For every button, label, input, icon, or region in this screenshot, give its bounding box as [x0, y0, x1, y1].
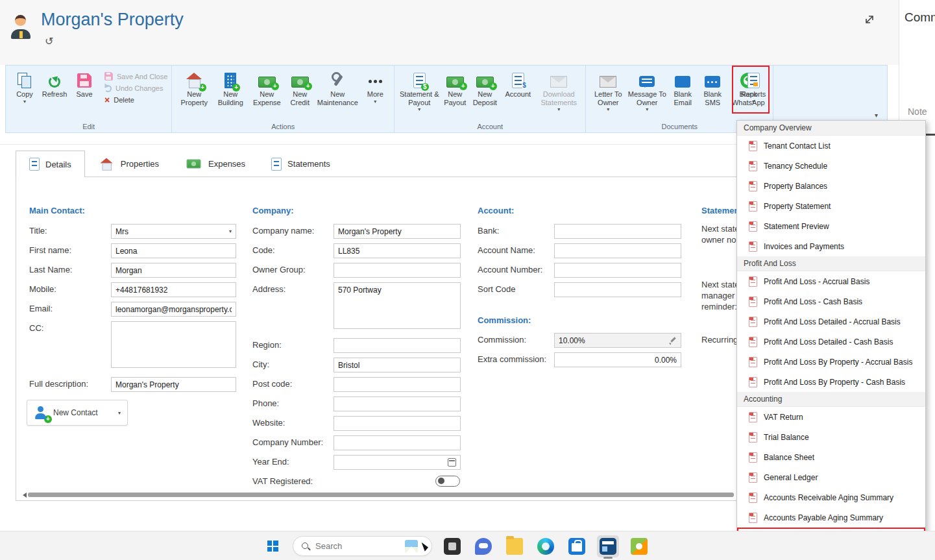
new-building-button[interactable]: + New Building — [212, 68, 249, 106]
report-menu-item[interactable]: Tenancy Schedule — [737, 156, 925, 176]
report-menu-item[interactable]: Invoices and Payments — [737, 236, 925, 256]
pencil-icon[interactable] — [669, 337, 677, 345]
address-textarea[interactable]: 570 Portway — [334, 282, 461, 329]
owner-group-input[interactable] — [334, 263, 461, 278]
report-menu-item[interactable]: Profit And Loss - Accrual Basis — [737, 271, 925, 291]
report-document-icon — [749, 412, 757, 422]
report-menu-item[interactable]: Statement Preview — [737, 216, 925, 236]
email-input[interactable] — [111, 302, 236, 317]
report-menu-item[interactable]: Accounts Payable Aging Summary — [737, 507, 925, 528]
taskbar-app-explorer[interactable] — [504, 535, 526, 557]
message-to-owner-button[interactable]: Message To Owner ▾ — [626, 68, 668, 112]
report-menu-item[interactable]: Profit And Loss By Property - Accrual Ba… — [737, 352, 925, 372]
city-input[interactable] — [334, 358, 461, 372]
more-button[interactable]: More ▾ — [360, 68, 390, 104]
tab-expenses[interactable]: Expenses — [172, 151, 258, 177]
delete-button[interactable]: × Delete — [104, 96, 167, 104]
new-credit-button[interactable]: + New Credit — [285, 68, 315, 106]
mobile-input[interactable] — [111, 282, 236, 297]
taskbar-app-current[interactable] — [597, 535, 619, 557]
report-menu-item[interactable]: Accounts Receivable Aging Summary — [737, 487, 925, 507]
account-name-input[interactable] — [554, 243, 681, 258]
taskbar — [0, 531, 935, 560]
report-menu-item[interactable]: Profit And Loss By Property - Cash Basis — [737, 372, 925, 392]
taskbar-app-chat[interactable] — [472, 535, 494, 557]
company-number-input[interactable] — [334, 435, 461, 450]
blank-sms-button[interactable]: Blank SMS — [698, 68, 727, 106]
calendar-icon[interactable] — [448, 458, 456, 467]
search-input[interactable] — [315, 541, 400, 551]
title-select[interactable]: Mrs ▾ — [111, 224, 236, 239]
new-maintenance-button[interactable]: New Maintenance — [315, 68, 360, 106]
letter-to-owner-button[interactable]: Letter To Owner ▾ — [590, 68, 626, 112]
website-input[interactable] — [334, 416, 461, 431]
ribbon-collapse-icon[interactable]: ▾ — [875, 112, 878, 118]
report-menu-item[interactable]: Profit And Loss Detailed - Accrual Basis — [737, 311, 925, 332]
phone-input[interactable] — [334, 396, 461, 411]
code-input[interactable] — [334, 243, 461, 258]
report-menu-item[interactable]: Profit And Loss Detailed - Cash Basis — [737, 332, 925, 352]
statement-payout-button[interactable]: $ Statement & Payout ▾ — [398, 68, 440, 112]
chevron-down-icon: ▾ — [374, 99, 376, 104]
cc-textarea[interactable] — [111, 321, 236, 368]
dark-app-icon — [444, 538, 461, 555]
new-contact-button[interactable]: + New Contact ▾ — [27, 400, 128, 426]
taskbar-search[interactable] — [293, 536, 432, 556]
full-description-input[interactable] — [111, 377, 236, 392]
company-name-input[interactable] — [334, 224, 461, 239]
scrollbar-thumb[interactable] — [28, 493, 734, 497]
blank-email-button[interactable]: Blank Email — [668, 68, 698, 106]
undo-changes-button[interactable]: Undo Changes — [104, 84, 167, 92]
expand-icon[interactable] — [863, 13, 876, 26]
reports-button[interactable]: Reports ▾ — [735, 68, 771, 104]
avatar-tie — [19, 31, 23, 38]
taskbar-app-dark[interactable] — [441, 535, 463, 557]
region-input[interactable] — [334, 338, 461, 353]
report-menu-item[interactable]: Balance Sheet — [737, 447, 925, 467]
report-menu-item[interactable]: General Ledger — [737, 467, 925, 487]
commission-field[interactable]: 10.00% — [554, 333, 681, 348]
taskbar-app-edge[interactable] — [535, 535, 557, 557]
history-icon[interactable]: ↺ — [45, 35, 53, 47]
refresh-button[interactable]: Refresh — [40, 68, 69, 99]
report-document-icon — [749, 337, 757, 347]
account-button[interactable]: $ Account — [500, 68, 536, 99]
new-expense-button[interactable]: + New Expense — [249, 68, 285, 106]
new-payout-button[interactable]: + New Payout — [440, 68, 470, 106]
last-name-input[interactable] — [111, 263, 236, 278]
plus-badge-icon: + — [44, 415, 52, 423]
taskbar-app-store[interactable] — [566, 535, 588, 557]
tab-properties[interactable]: Properties — [85, 151, 172, 177]
post-code-input[interactable] — [334, 377, 461, 392]
new-property-button[interactable]: + New Property — [176, 68, 212, 106]
report-menu-item[interactable]: Tenant Contact List — [737, 136, 925, 156]
tab-statements[interactable]: Statements — [258, 151, 343, 177]
report-document-icon — [749, 276, 757, 287]
report-menu-item[interactable]: Property Balances — [737, 176, 925, 196]
statements-heading: Statemen — [701, 206, 740, 215]
report-menu-item[interactable]: VAT Return — [737, 407, 925, 427]
vat-registered-toggle[interactable] — [435, 476, 460, 487]
copy-button[interactable]: Copy ▾ — [10, 68, 40, 104]
save-and-close-button[interactable]: Save And Close — [104, 72, 167, 80]
start-button[interactable] — [261, 535, 284, 557]
statements-tab-icon — [271, 158, 282, 171]
report-menu-item[interactable]: Profit And Loss - Cash Basis — [737, 291, 925, 311]
account-number-input[interactable] — [554, 263, 681, 278]
scroll-left-arrow[interactable] — [20, 493, 27, 498]
taskbar-app-device[interactable] — [628, 535, 650, 557]
statement-fragment: owner no — [701, 235, 736, 245]
search-icon — [301, 542, 310, 551]
sort-code-input[interactable] — [554, 282, 681, 297]
year-end-label: Year End: — [252, 457, 289, 467]
download-statements-button[interactable]: Download Statements ▾ — [536, 68, 581, 112]
first-name-input[interactable] — [111, 243, 236, 258]
year-end-field[interactable] — [334, 455, 461, 470]
report-menu-item[interactable]: Trial Balance — [737, 427, 925, 447]
new-deposit-button[interactable]: + New Deposit — [470, 68, 500, 106]
extra-commission-field[interactable]: 0.00% — [554, 352, 681, 367]
save-button[interactable]: Save — [69, 68, 99, 99]
report-menu-item[interactable]: Property Statement — [737, 196, 925, 216]
bank-input[interactable] — [554, 224, 681, 239]
tab-details[interactable]: Details — [16, 151, 85, 177]
